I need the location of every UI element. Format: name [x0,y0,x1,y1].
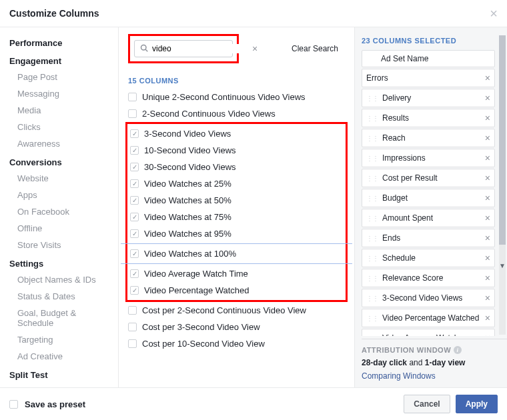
clear-search-link[interactable]: Clear Search [292,44,345,53]
remove-icon[interactable]: × [485,153,490,163]
sidebar-section[interactable]: Engagement [0,51,118,69]
remove-icon[interactable]: × [485,253,490,263]
column-option[interactable]: 2-Second Continuous Video Views [128,105,345,122]
column-option[interactable]: Video Watches at 75% [130,209,343,225]
drag-handle-icon[interactable]: ⋮⋮ [366,235,378,242]
selected-item[interactable]: ⋮⋮Video Percentage Watched× [362,309,495,327]
remove-icon[interactable]: × [485,333,490,336]
info-icon[interactable]: i [454,346,462,354]
checkbox[interactable] [130,163,139,171]
selected-item[interactable]: ⋮⋮Budget× [362,189,495,207]
selected-item[interactable]: ⋮⋮Amount Spent× [362,209,495,227]
selected-item[interactable]: ⋮⋮Results× [362,109,495,127]
cancel-button[interactable]: Cancel [404,395,450,413]
sidebar-item[interactable]: Object Names & IDs [0,271,118,288]
selected-item[interactable]: ⋮⋮Schedule× [362,249,495,267]
sidebar-item[interactable]: Offline [0,220,118,237]
column-option[interactable]: 10-Second Video Views [130,142,343,159]
sidebar-section[interactable]: Settings [0,253,118,271]
comparing-windows-link[interactable]: Comparing Windows [362,371,436,381]
selected-item[interactable]: ⋮⋮Delivery× [362,89,495,107]
sidebar-section[interactable]: Split Test [0,365,118,383]
search-box[interactable]: × [134,40,233,57]
checkbox[interactable] [130,269,139,278]
remove-icon[interactable]: × [485,73,490,83]
scrollbar[interactable] [499,35,506,335]
sidebar-item[interactable]: Messaging [0,85,118,102]
clear-input-icon[interactable]: × [252,43,258,54]
sidebar-item[interactable]: Awareness [0,135,118,152]
column-option[interactable]: 3-Second Video Views [130,125,343,142]
checkbox[interactable] [130,146,139,155]
selected-item[interactable]: ⋮⋮Impressions× [362,149,495,167]
checkbox[interactable] [130,179,139,188]
column-option[interactable]: Video Watches at 95% [130,225,343,242]
checkbox[interactable] [128,306,137,315]
sidebar-item[interactable]: Media [0,102,118,119]
column-option[interactable]: Cost per 2-Second Continuous Video View [128,302,345,319]
drag-handle-icon[interactable]: ⋮⋮ [366,135,378,142]
drag-handle-icon[interactable]: ⋮⋮ [366,335,378,337]
sidebar-section[interactable]: Conversions [0,152,118,170]
selected-item[interactable]: ⋮⋮Reach× [362,129,495,147]
remove-icon[interactable]: × [485,273,490,283]
remove-icon[interactable]: × [485,93,490,103]
checkbox[interactable] [128,323,137,331]
drag-handle-icon[interactable]: ⋮⋮ [366,215,378,222]
remove-icon[interactable]: × [485,313,490,323]
search-input[interactable] [152,44,252,53]
drag-handle-icon[interactable]: ⋮⋮ [366,275,378,282]
remove-icon[interactable]: × [485,213,490,223]
column-option[interactable]: Video Watches at 50% [130,192,343,209]
drag-handle-icon[interactable]: ⋮⋮ [366,115,378,122]
sidebar-item[interactable]: Status & Dates [0,288,118,305]
drag-handle-icon[interactable]: ⋮⋮ [366,155,378,162]
remove-icon[interactable]: × [485,293,490,303]
sidebar-item[interactable]: Clicks [0,119,118,135]
drag-handle-icon[interactable]: ⋮⋮ [366,315,378,322]
scroll-down-icon[interactable]: ▼ [499,262,506,269]
selected-item[interactable]: ⋮⋮Cost per Result× [362,169,495,187]
checkbox[interactable] [128,93,137,101]
close-icon[interactable]: × [490,7,498,20]
remove-icon[interactable]: × [485,193,490,203]
sidebar-section[interactable]: Optimization [0,383,118,387]
sidebar-item[interactable]: Ad Creative [0,348,118,365]
column-option[interactable]: Video Watches at 25% [130,175,343,192]
sidebar-item[interactable]: Website [0,170,118,187]
column-option[interactable]: Video Percentage Watched [130,282,343,299]
selected-item[interactable]: Ad Set Name [362,50,495,67]
selected-item[interactable]: ⋮⋮Ends× [362,229,495,247]
checkbox[interactable] [130,213,139,221]
sidebar-item[interactable]: Goal, Budget & Schedule [0,305,118,331]
remove-icon[interactable]: × [485,113,490,123]
selected-item[interactable]: Errors× [362,69,495,87]
save-preset-checkbox[interactable] [9,400,18,409]
drag-handle-icon[interactable]: ⋮⋮ [366,195,378,202]
drag-handle-icon[interactable]: ⋮⋮ [366,95,378,102]
checkbox[interactable] [128,339,137,348]
drag-handle-icon[interactable]: ⋮⋮ [366,255,378,262]
column-option[interactable]: Cost per 10-Second Video View [128,335,345,352]
sidebar-item[interactable]: Page Post [0,69,118,85]
apply-button[interactable]: Apply [456,395,498,413]
remove-icon[interactable]: × [485,133,490,143]
checkbox[interactable] [130,249,139,258]
drag-handle-icon[interactable]: ⋮⋮ [366,175,378,182]
column-option[interactable]: Cost per 3-Second Video View [128,319,345,335]
sidebar-section[interactable]: Performance [0,33,118,51]
remove-icon[interactable]: × [485,233,490,243]
selected-item[interactable]: ⋮⋮Relevance Score× [362,269,495,287]
sidebar-item[interactable]: Targeting [0,331,118,348]
checkbox[interactable] [128,109,137,118]
checkbox[interactable] [130,286,139,295]
column-option[interactable]: 30-Second Video Views [130,159,343,175]
sidebar-item[interactable]: Store Visits [0,237,118,253]
checkbox[interactable] [130,229,139,238]
drag-handle-icon[interactable]: ⋮⋮ [366,295,378,302]
remove-icon[interactable]: × [485,173,490,183]
selected-item[interactable]: ⋮⋮Video Average Watch× [362,329,495,336]
checkbox[interactable] [130,129,139,138]
sidebar-item[interactable]: On Facebook [0,203,118,220]
scrollbar-thumb[interactable] [499,35,506,245]
